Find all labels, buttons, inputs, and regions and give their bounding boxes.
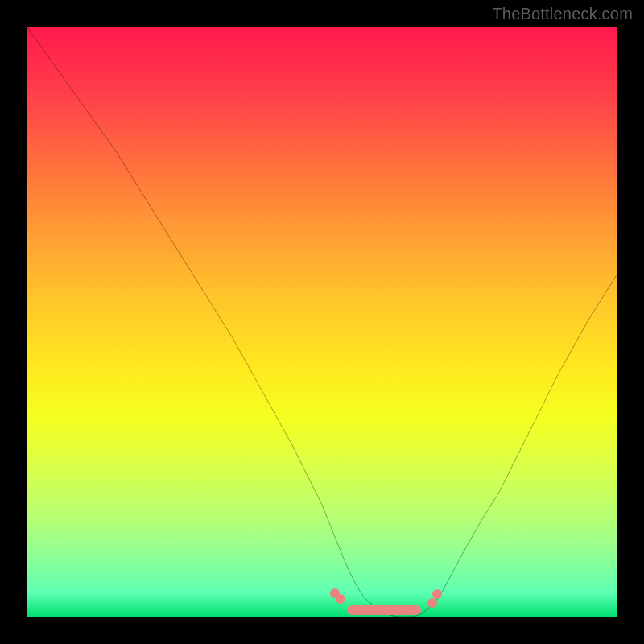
curve-path — [27, 27, 617, 617]
bottleneck-curve — [27, 27, 617, 617]
valley-marker-dot — [336, 594, 345, 604]
chart-frame: TheBottleneck.com — [0, 0, 644, 644]
valley-marker-dot — [432, 589, 442, 599]
valley-marker-band — [347, 605, 421, 615]
plot-area — [27, 27, 617, 617]
valley-marker-dot — [427, 598, 437, 608]
watermark-label: TheBottleneck.com — [492, 5, 633, 23]
